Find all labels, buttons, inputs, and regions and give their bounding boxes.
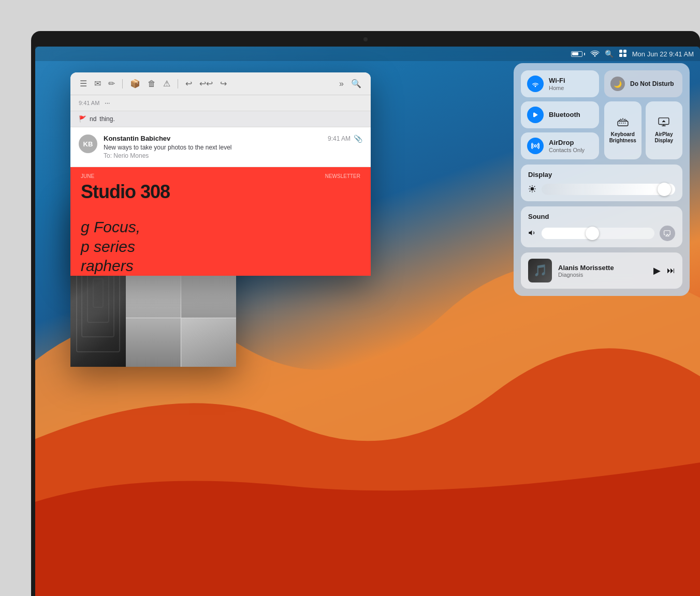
display-slider-track[interactable] [542, 184, 675, 195]
svg-marker-26 [529, 230, 532, 235]
mail-reply-icon[interactable]: ↩ [183, 78, 194, 90]
svg-marker-27 [666, 234, 669, 236]
newsletter-title: Studio 308 [81, 181, 360, 203]
svg-line-23 [534, 190, 535, 191]
svg-point-5 [534, 145, 536, 147]
attachment-icon: 📎 [354, 135, 362, 143]
airdrop-icon [527, 138, 544, 154]
airdrop-label: AirDrop [549, 139, 593, 147]
keyboard-brightness-icon [617, 117, 629, 129]
bluetooth-tile[interactable]: Bluetooth [521, 101, 599, 128]
photo-small-4[interactable] [181, 269, 236, 318]
bluetooth-tile-text: Bluetooth [549, 111, 593, 119]
wifi-sub: Home [549, 85, 593, 91]
airdrop-tile[interactable]: AirDrop Contacts Only [521, 132, 599, 159]
newsletter-body: g Focus, p series raphers [70, 209, 371, 276]
mail-list-item[interactable]: KB Konstantin Babichev 9:41 AM 📎 New way… [70, 127, 371, 167]
mail-subject: New ways to take your photos to the next… [104, 144, 362, 151]
bluetooth-label: Bluetooth [549, 111, 593, 119]
mail-reply-all-icon[interactable]: ↩↩ [197, 78, 215, 90]
display-brightness-icon [528, 185, 536, 195]
menu-bar-datetime: Mon Jun 22 9:41 AM [632, 50, 694, 58]
mail-prev-item-1[interactable]: 9:41 AM ··· [70, 95, 371, 111]
album-art: 🎵 [528, 259, 552, 282]
mail-search-icon[interactable]: 🔍 [349, 78, 363, 90]
track-name: Alanis Morissette [558, 264, 647, 272]
mail-compose2-icon[interactable]: ✏ [106, 78, 117, 90]
photo-small-3[interactable] [126, 269, 181, 318]
toolbar-divider-2 [178, 79, 178, 88]
display-slider-row [528, 184, 675, 195]
newsletter-header: JUNE NEWSLETTER Studio 308 [70, 167, 371, 209]
airplay-display-label: AirPlay Display [650, 131, 679, 144]
sound-slider-row [528, 226, 675, 241]
mail-archive-icon[interactable]: 📦 [128, 78, 142, 90]
mail-forward-icon[interactable]: ↪ [218, 78, 229, 90]
track-info: Alanis Morissette Diagnosis [558, 264, 647, 278]
small-tiles-row: Keyboard Brightness AirPlay Display [604, 101, 682, 159]
playback-controls: ▶ ⏭ [653, 265, 675, 276]
mail-more-icon[interactable]: » [337, 78, 346, 90]
search-menu-icon[interactable]: 🔍 [605, 50, 614, 58]
battery-icon [571, 51, 585, 57]
svg-rect-6 [618, 121, 628, 126]
mail-junk-icon[interactable]: ⚠ [161, 78, 172, 90]
sound-title: Sound [528, 213, 675, 220]
track-album: Diagnosis [558, 272, 647, 278]
newsletter-body-text: g Focus, p series raphers [81, 217, 360, 276]
menu-bar: 🔍 Mon Jun 22 9:41 AM [35, 47, 700, 61]
mail-trash-icon[interactable]: 🗑 [145, 78, 158, 90]
mail-avatar: KB [79, 135, 97, 153]
play-button[interactable]: ▶ [653, 265, 661, 276]
toolbar-divider-1 [122, 79, 123, 88]
bluetooth-icon [527, 107, 544, 123]
mail-sidebar-icon[interactable]: ☰ [78, 78, 89, 90]
svg-point-17 [531, 187, 533, 190]
mail-window: ☰ ✉ ✏ 📦 🗑 ⚠ ↩ ↩↩ ↪ » 🔍 9:41 AM ··· [70, 72, 371, 276]
svg-line-24 [530, 190, 530, 191]
dnd-label: Do Not Disturb [630, 80, 676, 87]
sound-slider-thumb [586, 227, 599, 240]
photo-small-5[interactable] [126, 318, 181, 367]
svg-rect-2 [619, 54, 622, 57]
mail-time: 9:41 AM [328, 135, 351, 142]
newsletter-date: JUNE [81, 173, 94, 179]
photo-small-6[interactable] [181, 318, 236, 367]
control-center-panel: Wi-Fi Home [514, 63, 690, 296]
keyboard-brightness-tile[interactable]: Keyboard Brightness [604, 101, 641, 159]
wifi-tile-text: Wi-Fi Home [549, 77, 593, 92]
newsletter-type: NEWSLETTER [325, 173, 360, 179]
svg-rect-0 [619, 50, 622, 53]
display-section: Display [521, 165, 682, 201]
sound-slider-track[interactable] [542, 228, 654, 239]
mail-prev-item-2[interactable]: 🚩 nd thing. [70, 111, 371, 127]
flag-icon: 🚩 [79, 115, 86, 123]
svg-rect-3 [623, 54, 626, 57]
display-slider-thumb [658, 183, 671, 196]
mail-compose-icon[interactable]: ✉ [92, 78, 103, 90]
mail-content: Konstantin Babichev 9:41 AM 📎 New ways t… [104, 135, 362, 159]
svg-line-12 [620, 119, 621, 120]
do-not-disturb-tile[interactable]: 🌙 Do Not Disturb [604, 70, 682, 97]
wifi-tile[interactable]: Wi-Fi Home [521, 70, 599, 97]
mail-prev-items: 9:41 AM ··· 🚩 nd thing. [70, 95, 371, 127]
wifi-tile-icon [527, 76, 544, 92]
skip-button[interactable]: ⏭ [667, 266, 675, 275]
control-center-icon[interactable] [619, 49, 627, 59]
airplay-sound-button[interactable] [660, 226, 675, 241]
dnd-icon: 🌙 [610, 77, 625, 91]
airdrop-tile-text: AirDrop Contacts Only [549, 139, 593, 154]
dnd-text: Do Not Disturb [630, 80, 676, 87]
svg-line-25 [534, 186, 535, 186]
mac-frame: 🔍 Mon Jun 22 9:41 AM [31, 31, 700, 596]
mail-toolbar: ☰ ✉ ✏ 📦 🗑 ⚠ ↩ ↩↩ ↪ » 🔍 [70, 72, 371, 95]
svg-rect-1 [623, 50, 626, 53]
now-playing-section: 🎵 Alanis Morissette Diagnosis ▶ ⏭ [521, 252, 682, 289]
airplay-display-tile[interactable]: AirPlay Display [646, 101, 683, 159]
right-tiles-stack: 🌙 Do Not Disturb [604, 70, 682, 159]
svg-line-22 [530, 186, 530, 186]
sound-volume-icon [528, 229, 536, 239]
airplay-display-icon [658, 117, 669, 129]
mail-to: To: Nerio Mones [104, 152, 362, 159]
wifi-icon[interactable] [590, 50, 600, 58]
